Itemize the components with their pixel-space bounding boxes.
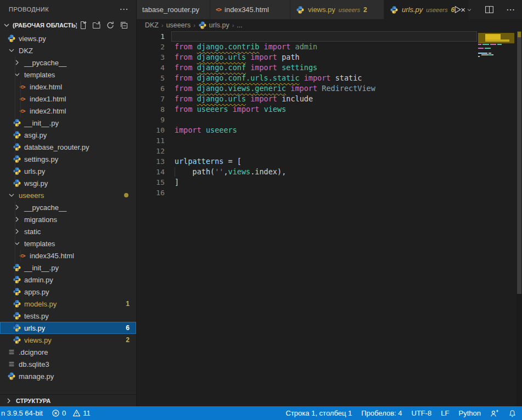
tree-item-views-py[interactable]: views.py2 xyxy=(0,334,136,346)
minimap[interactable] xyxy=(478,31,517,201)
code-line-9[interactable]: 9 xyxy=(137,115,522,125)
code-token xyxy=(277,63,282,72)
workspace-section-header[interactable]: (РАБОЧАЯ ОБЛАСТЬ) ... xyxy=(0,18,136,32)
code-line-8[interactable]: 8from useeers import views xyxy=(137,104,522,115)
notifications-bell-icon[interactable] xyxy=(508,409,517,417)
code-line-text: path('',views.index), xyxy=(171,167,477,177)
tree-item-dkz[interactable]: DKZ xyxy=(0,44,136,56)
minimap-mark xyxy=(482,44,489,45)
tree-item--pycache-[interactable]: __pycache__ xyxy=(0,56,136,69)
more-actions-icon[interactable]: ⋯ xyxy=(506,4,515,15)
chevron-right-icon xyxy=(4,396,13,405)
code-editor[interactable]: 12from django.contrib import admin3from … xyxy=(137,31,522,406)
code-line-12[interactable]: 12 xyxy=(137,146,522,156)
tree-item-label: db.sqlite3 xyxy=(19,360,49,368)
new-folder-icon[interactable] xyxy=(92,21,101,30)
breadcrumb-item-useeers[interactable]: useeers xyxy=(166,21,190,29)
problems-indicator[interactable]: 0 11 xyxy=(52,409,91,417)
tree-indent-guide xyxy=(15,56,15,189)
tree-item-manage-py[interactable]: manage.py xyxy=(0,370,136,382)
tab-label: tabase_roouter.py xyxy=(142,5,199,14)
python-icon xyxy=(7,372,16,381)
scrollbar[interactable] xyxy=(517,31,522,406)
tree-item-apps-py[interactable]: apps.py xyxy=(0,286,136,298)
status-left: n 3.9.5 64-bit 0 11 xyxy=(1,409,91,417)
tree-item-asgi-py[interactable]: asgi.py xyxy=(0,129,136,141)
tree-item-icon-slot xyxy=(12,167,21,175)
code-token: django.urls xyxy=(197,53,246,61)
line-number: 11 xyxy=(137,135,165,146)
code-line-7[interactable]: 7from django.urls import include xyxy=(137,94,522,104)
tree-item--init-py[interactable]: __init__.py xyxy=(0,117,136,129)
code-line-16[interactable]: 16 xyxy=(137,188,522,198)
code-token: index xyxy=(255,167,277,176)
code-token: from xyxy=(175,42,193,51)
tree-item-templates[interactable]: templates xyxy=(0,237,136,249)
code-line-5[interactable]: 5from django.conf.urls.static import sta… xyxy=(137,73,522,83)
python-icon xyxy=(13,311,21,320)
code-line-4[interactable]: 4from django.conf import settings xyxy=(137,63,522,73)
tab-views-py[interactable]: views.pyuseeers2 xyxy=(290,0,384,19)
code-token: from xyxy=(175,63,193,72)
breadcrumb-item-urls-py[interactable]: urls.py xyxy=(198,21,229,30)
code-token xyxy=(223,157,228,166)
eol-sequence[interactable]: LF xyxy=(441,409,449,417)
new-file-icon[interactable] xyxy=(78,21,87,30)
code-line-6[interactable]: 6from django.views.generic import Redire… xyxy=(137,83,522,94)
run-dropdown-icon[interactable] xyxy=(466,7,473,13)
tree-item-settings-py[interactable]: settings.py xyxy=(0,153,136,165)
code-line-2[interactable]: 2from django.contrib import admin xyxy=(137,42,522,52)
breadcrumb-separator-icon: › xyxy=(161,22,164,29)
code-line-text: from django.views.generic import Redirec… xyxy=(171,83,477,94)
code-line-13[interactable]: 13urlpatterns = [ xyxy=(137,156,522,167)
code-line-14[interactable]: 14 path('',views.index), xyxy=(137,167,522,177)
code-line-15[interactable]: 15] xyxy=(137,177,522,188)
tree-item-database-roouter-py[interactable]: database_roouter.py xyxy=(0,141,136,153)
split-editor-icon[interactable] xyxy=(485,5,494,14)
tree-item--dcignore[interactable]: .dcignore xyxy=(0,346,136,358)
breadcrumb-item-dkz[interactable]: DKZ xyxy=(145,21,159,29)
tree-item-useeers[interactable]: useeers xyxy=(0,189,136,201)
outline-section-header[interactable]: СТРУКТУРА xyxy=(0,394,136,406)
breadcrumb-item--[interactable]: ... xyxy=(237,21,242,29)
tree-item-db-sqlite3[interactable]: db.sqlite3 xyxy=(0,358,136,370)
tree-item-static[interactable]: static xyxy=(0,225,136,237)
tree-item-icon-slot xyxy=(12,311,21,320)
refresh-icon[interactable] xyxy=(106,21,115,30)
tree-item-migrations[interactable]: migrations xyxy=(0,213,136,225)
tree-item--init-py[interactable]: __init__.py xyxy=(0,262,136,274)
code-line-10[interactable]: 10import useeers xyxy=(137,125,522,135)
chevron-right-icon xyxy=(13,227,21,236)
tree-item-views-py[interactable]: views.py xyxy=(0,32,136,44)
tree-item-wsgi-py[interactable]: wsgi.py xyxy=(0,177,136,189)
tree-item-admin-py[interactable]: admin.py xyxy=(0,274,136,286)
python-interpreter-version[interactable]: n 3.9.5 64-bit xyxy=(1,409,43,417)
code-token xyxy=(246,53,250,61)
tree-item--pycache-[interactable]: __pycache__ xyxy=(0,201,136,213)
tree-item-label: migrations xyxy=(24,215,57,224)
tree-item-models-py[interactable]: models.py1 xyxy=(0,298,136,310)
tree-item-templates[interactable]: templates xyxy=(0,69,136,81)
tab-tabase-roouter-py[interactable]: tabase_roouter.py xyxy=(137,0,210,19)
collapse-all-icon[interactable] xyxy=(120,21,128,30)
code-line-11[interactable]: 11 xyxy=(137,135,522,146)
code-token: import xyxy=(175,126,201,134)
python-icon xyxy=(13,155,21,163)
cursor-position[interactable]: Строка 1, столбец 1 xyxy=(286,409,352,417)
code-line-text xyxy=(171,31,477,42)
scrollbar-thumb[interactable] xyxy=(517,31,521,294)
tab-index345-html[interactable]: <>index345.html xyxy=(210,0,290,19)
run-button[interactable] xyxy=(453,5,462,14)
explorer-more-actions-icon[interactable]: ⋯ xyxy=(120,7,129,12)
code-line-3[interactable]: 3from django.urls import path xyxy=(137,52,522,63)
language-mode[interactable]: Python xyxy=(459,409,481,417)
feedback-icon[interactable] xyxy=(490,409,499,418)
tree-item-urls-py[interactable]: urls.py xyxy=(0,165,136,177)
tree-item-tests-py[interactable]: tests.py xyxy=(0,310,136,322)
encoding[interactable]: UTF-8 xyxy=(412,409,432,417)
indentation[interactable]: Пробелов: 4 xyxy=(361,409,402,417)
code-token: , xyxy=(223,167,228,176)
tree-item-urls-py[interactable]: urls.py6 xyxy=(0,322,136,334)
code-line-1[interactable]: 1 xyxy=(137,31,522,42)
chevron-right-icon xyxy=(13,58,21,67)
